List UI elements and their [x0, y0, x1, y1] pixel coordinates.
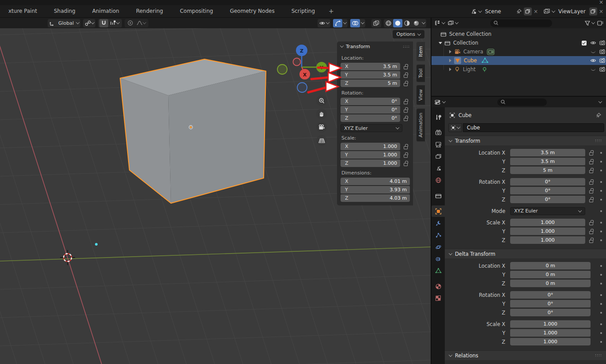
outliner-row-scene-collection[interactable]: Scene Collection	[432, 30, 606, 38]
animate-dot[interactable]	[600, 231, 602, 232]
unlink-scene-icon[interactable]: ×	[534, 8, 538, 15]
animate-dot[interactable]	[600, 274, 602, 276]
panel-grip-icon[interactable]	[595, 354, 602, 356]
scene-name[interactable]: Scene	[483, 8, 514, 15]
outliner-display-mode-button[interactable]	[447, 20, 458, 26]
object-visibility-dropdown[interactable]	[318, 19, 330, 27]
outliner-row-cube[interactable]: Cube	[432, 56, 606, 65]
location-x-field[interactable]: 3.5 m	[510, 149, 585, 156]
transform-panel-header[interactable]: Transform	[337, 42, 413, 51]
lock-icon[interactable]	[403, 152, 408, 158]
scale-x-field[interactable]: X 1.000	[341, 143, 400, 150]
lock-icon[interactable]	[588, 159, 594, 164]
lock-icon[interactable]	[403, 115, 408, 121]
lock-icon[interactable]	[403, 99, 408, 104]
delta-scale-y-field[interactable]: 1.000	[510, 329, 591, 337]
location-x-field[interactable]: X 3.5 m	[341, 63, 400, 70]
window-close-icon[interactable]: ×	[599, 0, 603, 5]
animate-dot[interactable]	[600, 239, 602, 241]
sidebar-tab-tool[interactable]: Tool	[416, 64, 425, 82]
collection-checkbox[interactable]	[582, 41, 587, 46]
proportional-edit-toggle[interactable]	[126, 19, 135, 27]
add-workspace-button[interactable]: +	[323, 5, 339, 17]
location-y-field[interactable]: 3.5 m	[510, 158, 585, 165]
show-overlays-toggle[interactable]	[350, 19, 360, 27]
lock-icon[interactable]	[588, 150, 594, 155]
eye-closed-icon[interactable]	[591, 68, 595, 71]
tab-object-data[interactable]	[432, 265, 445, 277]
animate-dot[interactable]	[600, 170, 602, 171]
workspace-tab-shading[interactable]: Shading	[45, 5, 84, 17]
eye-open-icon[interactable]	[590, 58, 596, 63]
animate-dot[interactable]	[600, 294, 602, 296]
new-viewlayer-button[interactable]	[589, 8, 597, 15]
delta-rotation-y-field[interactable]: 0°	[510, 300, 591, 307]
outliner-search-input[interactable]	[490, 19, 552, 27]
collapse-triangle-icon[interactable]	[449, 59, 451, 62]
overlays-chevron[interactable]	[360, 19, 365, 27]
lock-icon[interactable]	[588, 167, 594, 173]
lock-icon[interactable]	[403, 64, 408, 69]
outliner-filter-button[interactable]	[584, 20, 595, 26]
viewlayer-name[interactable]: ViewLayer	[557, 8, 587, 15]
lock-icon[interactable]	[588, 179, 594, 185]
workspace-tab-texture-paint[interactable]: xture Paint	[0, 5, 45, 17]
collapse-triangle-icon[interactable]	[449, 50, 451, 53]
dimensions-x-field[interactable]: X 4.01 m	[341, 178, 410, 185]
panel-grip-icon[interactable]	[403, 46, 409, 48]
tab-view-layer[interactable]	[432, 151, 445, 162]
camera-render-icon[interactable]	[599, 40, 606, 46]
collapse-triangle-icon[interactable]	[449, 68, 451, 71]
properties-search-input[interactable]	[497, 99, 547, 106]
outliner-editor-type-button[interactable]	[434, 20, 445, 26]
options-button[interactable]: Options	[393, 30, 424, 38]
lock-icon[interactable]	[588, 220, 594, 225]
show-gizmos-toggle[interactable]	[333, 19, 342, 27]
tab-output[interactable]	[432, 139, 445, 150]
rotation-y-field[interactable]: Y 0°	[341, 106, 400, 114]
scene-selector[interactable]: Scene ×	[467, 7, 541, 16]
object-id-type-button[interactable]	[448, 123, 462, 132]
animate-dot[interactable]	[600, 332, 602, 334]
breadcrumb-object-name[interactable]: Cube	[458, 112, 472, 118]
location-z-field[interactable]: 5 m	[510, 167, 585, 174]
scale-z-field[interactable]: 1.000	[510, 236, 585, 244]
tab-world[interactable]	[432, 174, 445, 186]
lock-icon[interactable]	[403, 160, 408, 166]
relations-panel-header[interactable]: Relations	[445, 350, 606, 360]
pin-icon[interactable]	[516, 8, 522, 15]
shading-material-button[interactable]	[402, 19, 412, 27]
shading-solid-button[interactable]	[393, 19, 402, 27]
perspective-toggle-button[interactable]	[316, 135, 327, 146]
properties-options-chevron-icon[interactable]	[598, 99, 602, 103]
lock-icon[interactable]	[588, 237, 594, 243]
delta-scale-z-field[interactable]: 1.000	[510, 338, 591, 345]
camera-view-button[interactable]	[316, 122, 327, 133]
tab-object[interactable]	[432, 205, 445, 217]
rotation-mode-dropdown[interactable]: XYZ Euler	[510, 207, 585, 215]
rotation-z-field[interactable]: Z 0°	[341, 114, 400, 122]
delta-location-x-field[interactable]: 0 m	[510, 262, 591, 269]
outliner-row-light[interactable]: Light	[432, 65, 606, 74]
panel-grip-icon[interactable]	[595, 140, 602, 142]
delta-location-y-field[interactable]: 0 m	[510, 271, 591, 278]
sidebar-tab-item[interactable]: Item	[416, 42, 425, 61]
lock-icon[interactable]	[403, 72, 408, 78]
proportional-falloff-dropdown[interactable]	[135, 19, 147, 27]
lock-icon[interactable]	[588, 197, 594, 202]
transform-orientation-dropdown[interactable]: Global	[48, 19, 80, 27]
workspace-tab-animation[interactable]: Animation	[84, 5, 128, 17]
eye-open-icon[interactable]	[590, 40, 596, 46]
animate-dot[interactable]	[600, 199, 602, 201]
location-z-field[interactable]: Z 5 m	[341, 80, 400, 87]
workspace-tab-scripting[interactable]: Scripting	[283, 5, 323, 17]
pan-button[interactable]	[316, 109, 327, 119]
zoom-button[interactable]	[316, 95, 327, 106]
animate-dot[interactable]	[600, 190, 602, 192]
shading-rendered-button[interactable]	[412, 19, 421, 27]
animate-dot[interactable]	[600, 265, 602, 267]
lock-icon[interactable]	[403, 80, 408, 86]
animate-dot[interactable]	[600, 152, 602, 154]
transform-panel-header[interactable]: Transform	[445, 136, 606, 145]
workspace-tab-geometry-nodes[interactable]: Geometry Nodes	[221, 5, 283, 17]
